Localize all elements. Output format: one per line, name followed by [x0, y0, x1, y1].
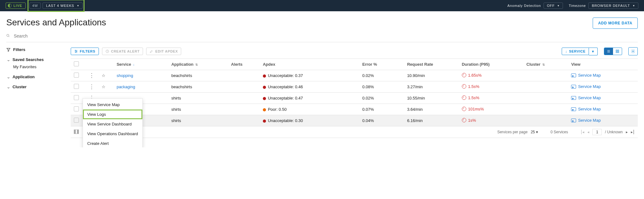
time-range-dropdown[interactable]: LAST 4 WEEKS [43, 3, 83, 9]
edit-icon [150, 49, 153, 53]
my-favorites-link[interactable]: My Favorites [6, 64, 66, 69]
service-map-link[interactable]: Service Map [571, 118, 601, 123]
table-row[interactable]: ⋮ shirts Unacceptable: 0.30 0.04% 6.16/m… [71, 115, 638, 126]
star-icon[interactable]: ☆ [102, 84, 105, 89]
table-row[interactable]: ⋮ shirts Poor: 0.50 0.07% 3.64/min 101ms… [71, 104, 638, 115]
application-cell: beachshirts [168, 70, 228, 81]
menu-view-operations-dashboard[interactable]: View Operations Dashboard [83, 129, 142, 139]
page-title: Services and Applications [6, 18, 106, 28]
anomaly-detection-dropdown[interactable]: OFF [544, 3, 563, 9]
col-request-rate[interactable]: Request Rate [404, 59, 459, 70]
duration-cell: 1.5s% [462, 84, 479, 89]
anomaly-detection-value: OFF [547, 4, 555, 8]
service-map-link[interactable]: Service Map [571, 95, 601, 100]
col-apdex[interactable]: Apdex [260, 59, 359, 70]
col-alerts[interactable]: Alerts [228, 59, 260, 70]
add-more-data-button[interactable]: ADD MORE DATA [593, 18, 638, 29]
sort-icon: ⇅ [195, 63, 198, 66]
anomaly-detection-label: Anomaly Detection [508, 4, 541, 8]
status-dot-icon [263, 120, 266, 123]
request-rate-cell: 10.55/min [404, 93, 459, 104]
card-view-button[interactable] [613, 48, 622, 55]
application-cell: shirts [168, 93, 228, 104]
service-map-link[interactable]: Service Map [571, 73, 601, 78]
service-map-link[interactable]: Service Map [571, 84, 601, 89]
saved-searches-section[interactable]: Saved Searches [6, 57, 66, 62]
application-cell: shirts [168, 104, 228, 115]
col-error[interactable]: Error % [359, 59, 404, 70]
row-checkbox[interactable] [74, 118, 79, 123]
service-map-icon [571, 96, 576, 100]
row-checkbox[interactable] [74, 84, 79, 89]
sort-by-dropdown[interactable]: ↓SERVICE ▾ [562, 48, 598, 55]
col-checkbox[interactable] [71, 59, 86, 70]
status-dot-icon [263, 86, 266, 89]
col-duration[interactable]: Duration (P95) [459, 59, 524, 70]
menu-view-service-map[interactable]: View Service Map [83, 100, 142, 110]
content-toolbar: FILTERS CREATE ALERT EDIT APDEX ↓SERVICE… [71, 47, 638, 55]
star-icon[interactable]: ☆ [102, 73, 105, 78]
sort-icon: ⇅ [542, 63, 545, 66]
live-toggle[interactable]: LIVE [6, 3, 26, 9]
table-row[interactable]: ⋮ ☆ shopping beachshirts Unacceptable: 0… [71, 70, 638, 81]
table-row[interactable]: ⋮ View Service Map View Logs View Servic… [71, 93, 638, 104]
duration-cell: 1.65s% [462, 73, 482, 78]
page-prev-button[interactable]: ◂ [587, 130, 589, 134]
application-section[interactable]: Application [6, 74, 66, 79]
per-page-label: Services per page [497, 130, 528, 134]
svg-point-0 [7, 34, 9, 36]
error-cell: 0.02% [359, 70, 404, 81]
per-page-dropdown[interactable]: 25▾ [531, 130, 538, 134]
row-checkbox[interactable] [74, 95, 79, 100]
four-week-button[interactable]: 4W [29, 3, 41, 9]
request-rate-cell: 3.64/min [404, 104, 459, 115]
view-mode-toggle[interactable] [604, 48, 622, 55]
page-last-button[interactable]: ▸⎮ [631, 130, 635, 134]
svg-rect-12 [616, 50, 617, 51]
chevron-down-icon [6, 57, 10, 62]
bell-icon [105, 49, 109, 53]
svg-point-16 [632, 51, 634, 52]
warning-icon [462, 118, 466, 122]
col-service[interactable]: Service↓ [114, 59, 168, 70]
list-view-button[interactable] [604, 48, 613, 55]
row-actions-menu-button[interactable]: ⋮ [89, 72, 95, 79]
menu-view-logs[interactable]: View Logs [83, 110, 142, 119]
service-link[interactable]: shopping [117, 73, 133, 78]
row-actions-menu-button[interactable]: ⋮ [89, 84, 95, 90]
create-alert-button[interactable]: CREATE ALERT [102, 48, 143, 55]
row-checkbox[interactable] [74, 73, 79, 78]
menu-create-alert[interactable]: Create Alert [83, 139, 142, 147]
service-link[interactable]: packaging [117, 84, 135, 89]
status-dot-icon [263, 74, 266, 78]
services-count: 0 Services [550, 130, 568, 134]
menu-view-service-dashboard[interactable]: View Service Dashboard [83, 119, 142, 129]
service-map-link[interactable]: Service Map [571, 107, 601, 111]
service-map-icon [571, 74, 576, 77]
svg-point-6 [76, 51, 77, 52]
timezone-dropdown[interactable]: BROWSER DEFAULT [588, 3, 638, 9]
sort-desc-icon: ↓ [133, 63, 135, 66]
columns-config-icon[interactable] [74, 130, 79, 134]
download-icon: ↓ [565, 49, 567, 53]
col-cluster[interactable]: Cluster⇅ [523, 59, 568, 70]
service-map-icon [571, 107, 576, 111]
row-checkbox[interactable] [74, 106, 79, 111]
page-first-button[interactable]: ⎮◂ [580, 130, 584, 134]
col-view[interactable]: View [568, 59, 638, 70]
error-cell: 0.08% [359, 81, 404, 93]
create-alert-label: CREATE ALERT [111, 49, 140, 53]
cluster-section[interactable]: Cluster [6, 84, 66, 89]
page-number-input[interactable]: 1 [592, 129, 602, 135]
edit-apdex-button[interactable]: EDIT APDEX [146, 48, 181, 55]
request-rate-cell: 6.16/min [404, 115, 459, 126]
search-input[interactable] [13, 33, 638, 39]
page-next-button[interactable]: ▸ [626, 130, 628, 134]
table-row[interactable]: ⋮ ☆ packaging beachshirts Unacceptable: … [71, 81, 638, 93]
funnel-icon [6, 48, 11, 52]
table-settings-button[interactable] [628, 47, 638, 55]
add-more-data-label: ADD MORE DATA [598, 21, 632, 25]
filters-button[interactable]: FILTERS [71, 48, 99, 55]
col-application[interactable]: Application⇅ [168, 59, 228, 70]
svg-rect-15 [618, 52, 619, 53]
